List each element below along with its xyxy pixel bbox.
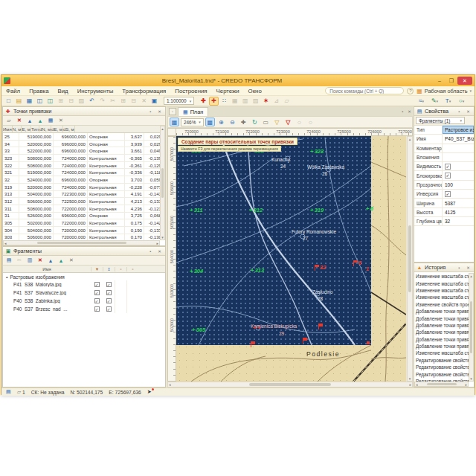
34[interactable]: 34 520000,000 696000,000 Опорная 3,939 0… [3,141,160,148]
history-item[interactable]: Добавление точки привязки [414,322,469,329]
transform-run-icon[interactable]: ✶ [261,97,271,106]
table-settings-icon[interactable]: ▦ [46,117,55,125]
property-value[interactable] [442,153,474,161]
history-item[interactable]: Добавление точки привязки [414,343,469,350]
panel-minimize-icon[interactable]: ▪ [147,248,154,254]
map-canvas[interactable]: Создание пары относительных точек привяз… [176,136,406,382]
history-item[interactable]: Редактирование свойств элем... [414,357,469,364]
history-item[interactable]: Добавление точки привязки [414,336,469,343]
recalc-points-icon[interactable]: ▲ [25,117,34,125]
column-header[interactable]: Тип [31,126,39,132]
snap-circle2-icon[interactable]: ◌ [306,118,315,126]
eraser-icon[interactable]: ▱ [282,97,292,106]
clipboard-view-icon[interactable]: ▨ [77,97,86,106]
scroll-left-icon[interactable]: ◂ [4,241,7,245]
column-header[interactable]: dN, м [39,126,51,132]
lock-col-icon[interactable]: ▫ [126,267,138,271]
menu-item[interactable]: Построения [170,88,211,94]
321[interactable]: 321 519000,000 724000,000 Контрольная -0… [3,169,160,176]
panel-close-icon[interactable]: ✕ [156,108,163,115]
cut-icon[interactable]: ✂ [108,97,118,106]
clipboard-save-icon[interactable]: ⊟ [66,97,76,106]
visibility-checkbox[interactable]: ✓ [91,290,103,295]
panel-minimize-icon[interactable]: ▪ [147,108,154,115]
redo-icon[interactable]: ↷ [97,97,107,106]
point-marker[interactable]: + + [253,324,260,331]
column-header-name[interactable]: Имя [3,267,91,271]
history-item[interactable]: Редактирование свойств элем... [414,370,469,377]
scroll-down-icon[interactable]: ▾ [408,376,412,381]
P41_S38_Maloryta.jpg[interactable]: P41_S38_Maloryta.jpg ✓ ✓ [3,280,165,289]
scrollbar-thumb[interactable] [408,225,411,292]
snap-circle-icon[interactable]: ◌ [295,118,304,126]
command-search-input[interactable] [325,87,404,94]
history-item[interactable]: Добавление точки привязки [414,308,469,315]
filter-view-icon[interactable]: ▽ [272,118,282,126]
point-marker[interactable]: + 312 [249,207,263,213]
undo-icon[interactable]: ↶ [87,97,97,106]
history-item[interactable]: Изменение масштаба съемки [414,350,469,356]
panel-close-icon[interactable]: ✕ [465,108,472,115]
column-header[interactable]: dE, м [51,126,63,132]
menu-item[interactable]: Окно [244,88,266,94]
lock-checkbox[interactable]: ✓ [103,298,115,303]
anchor-icon[interactable]: ↧ [103,267,115,271]
fragment-mask-icon[interactable]: ▨ [251,97,260,106]
property-value[interactable]: 32 [442,217,474,225]
copy-icon[interactable]: ⊞ [118,97,128,106]
panel-minimize-icon[interactable]: ▪ [456,264,463,271]
text-tool-picker-icon[interactable]: T▾ [442,97,454,106]
point-marker[interactable]: + [318,324,324,329]
zoom-in-icon[interactable]: ⊕ [216,118,226,126]
lock-checkbox[interactable]: ✓ [103,306,115,312]
zoom-combo[interactable]: 246% ▾ [181,118,204,126]
import-fragment-icon[interactable]: ◫ [35,97,45,106]
property-value[interactable]: P40_S37_Brzesc_... [442,135,474,143]
history-item[interactable]: Редактирование свойств элем... [414,364,469,370]
draw-tool-picker-icon[interactable]: ✎▾ [428,97,441,106]
scroll-down-icon[interactable]: ▾ [469,376,473,381]
scale-combo[interactable]: 1:100000 ▾ [164,97,194,105]
property-value[interactable]: 4125 [442,208,474,216]
view-close-icon[interactable]: ✕ [406,108,413,115]
menu-item[interactable]: Инструменты [73,88,118,94]
scrollbar-thumb[interactable] [161,168,164,198]
clear-fragments-icon[interactable]: ✕ [67,257,76,265]
scrollbar-thumb[interactable] [427,383,457,385]
point-marker[interactable]: + 319 [310,207,324,213]
history-item[interactable]: Изменение масштаба съемки [414,280,469,286]
raster-group-row[interactable]: ▴ Растровые изображения [3,273,165,280]
cut-fragment-icon[interactable]: ✂ [15,257,24,265]
plan-horizontal-scrollbar[interactable]: ◂ ▸ [167,382,413,387]
clear-selection-icon[interactable]: ✕ [57,117,65,125]
minimize-button[interactable]: – [434,77,446,85]
property-value[interactable] [442,144,474,152]
filter-clear-icon[interactable]: ▽ [283,118,293,126]
scroll-right-icon[interactable]: ▸ [408,382,412,387]
scroll-up-icon[interactable]: ▴ [161,126,164,131]
open-fragment-icon[interactable]: ▤ [4,257,13,265]
save-project-icon[interactable]: ▦ [25,97,34,106]
workspace-switcher[interactable]: ▦ Рабочая область ▾ [416,88,472,94]
raise-fragment-icon[interactable]: ▲ [46,257,55,265]
point-marker[interactable]: + 32 [315,264,326,271]
menu-item[interactable]: Чертежи [212,88,244,94]
tab-plan[interactable]: ▦ План [178,107,208,116]
add-anchor-point-icon[interactable]: ✚ [199,97,208,106]
visibility-checkbox[interactable]: ✓ [91,282,103,287]
scroll-right-icon[interactable]: ▸ [155,241,159,245]
view-menu-icon[interactable]: ▫ [169,108,176,115]
panel-minimize-icon[interactable]: ▪ [456,108,463,115]
zoom-out-icon[interactable]: ⊖ [228,118,237,126]
history-horizontal-scrollbar[interactable]: ◂ ▸ [414,382,469,387]
history-item[interactable]: Изменение масштаба съемки [414,273,469,280]
line-style-picker-icon[interactable]: ≈▾ [415,97,428,106]
32[interactable]: 32 524000,000 696000,000 Опорная 3,703 0… [3,176,160,184]
new-project-icon[interactable]: □ [4,97,13,106]
scroll-left-icon[interactable]: ◂ [168,382,172,387]
304[interactable]: 304 504000,000 720000,000 Контрольная 0,… [3,227,160,234]
scroll-left-icon[interactable]: ◂ [415,382,419,387]
search-point-icon[interactable]: ▲ [36,117,45,125]
33[interactable]: 33 522000,000 696000,000 Опорная 3,661 0… [3,147,160,155]
point-marker[interactable]: + 1 [366,266,369,272]
